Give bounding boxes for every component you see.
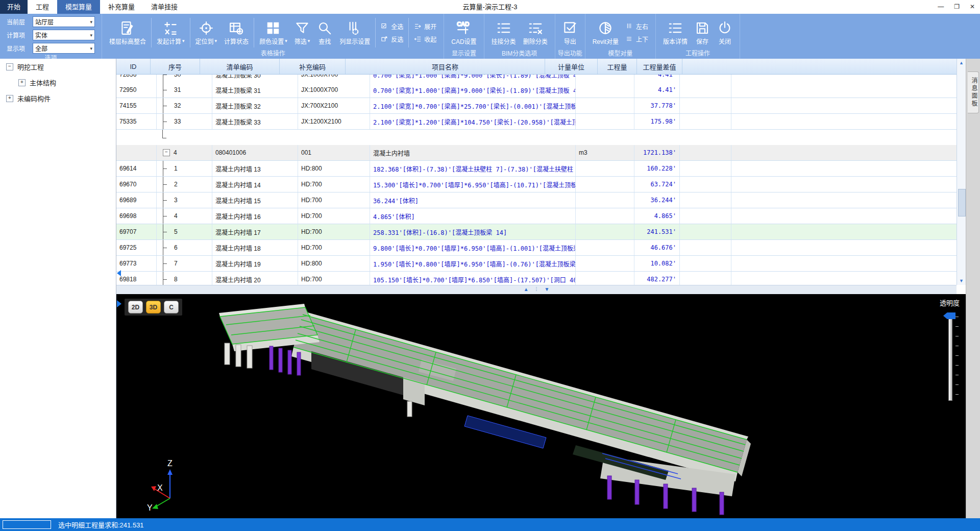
ribbon-button-collapse[interactable]: 收起: [414, 35, 436, 43]
table-row[interactable]: 7533533混凝土顶板梁 33JX:1200X21002.100'[梁宽]*1…: [116, 114, 957, 130]
ribbon-button-check-sq[interactable]: 全选: [381, 22, 403, 31]
axis-y-label: Y: [147, 503, 153, 511]
table-header-cell[interactable]: 工程量差值: [637, 59, 682, 74]
viewport-3d[interactable]: 2D3DC 透明度 Z X Y: [116, 294, 966, 518]
table-header-cell[interactable]: 项目名称: [346, 59, 545, 74]
ribbon-button-locate[interactable]: 定位到▾: [192, 15, 221, 50]
scroll-down-icon[interactable]: ▼: [957, 277, 966, 285]
cell-supp: JX:1000X700: [298, 82, 370, 98]
ribbon-group-label: 显示设置: [446, 50, 482, 59]
view-mode-3d-button[interactable]: 3D: [146, 301, 161, 313]
close-button[interactable]: ✕: [970, 0, 975, 14]
slider-tick: [955, 336, 959, 336]
table-header-cell[interactable]: 补充编码: [280, 59, 346, 74]
view-mode-2d-button[interactable]: 2D: [128, 301, 143, 313]
button-label: 收起: [424, 35, 436, 43]
table-row[interactable]: [116, 130, 957, 145]
ribbon-button-power[interactable]: 关闭: [714, 15, 736, 50]
table-row[interactable]: 7295031混凝土顶板梁 31JX:1000X7000.700'[梁宽]*1.…: [116, 82, 957, 98]
dropdown-caret-icon: ▾: [90, 33, 92, 38]
expand-box-icon[interactable]: +: [6, 95, 13, 102]
slider-tick: [955, 384, 959, 385]
cell-id: 69707: [116, 224, 157, 239]
ribbon-button-color[interactable]: 颜色设置▾: [256, 15, 291, 50]
tab-start[interactable]: 开始: [0, 0, 28, 14]
tab-model-quantity[interactable]: 模型算量: [57, 0, 100, 14]
minimize-button[interactable]: —: [938, 0, 944, 14]
cell-filler: [731, 177, 957, 192]
ribbon-button-floor-merge[interactable]: 楼层标高整合: [106, 15, 150, 50]
splitter-up-icon[interactable]: ▲: [524, 285, 529, 294]
table-row[interactable]: 7415532混凝土顶板梁 32JX:700X21002.100'[梁宽]*0.…: [116, 98, 957, 114]
table-header-cell[interactable]: 序号: [151, 59, 200, 74]
sequence-number: 8: [174, 276, 178, 283]
transparency-slider[interactable]: [940, 310, 959, 407]
ribbon-button-search[interactable]: 查找: [313, 15, 336, 50]
view-mode-c-button[interactable]: C: [164, 301, 179, 313]
message-panel-tab[interactable]: 消息面板: [968, 71, 979, 113]
table-row[interactable]: 696893混凝土内衬墙 15HD:70036.244'[体积]36.244': [116, 192, 957, 208]
ribbon-button-filter[interactable]: 筛选▾: [291, 15, 314, 50]
tree-tick: [163, 248, 167, 248]
ribbon-button-list-x[interactable]: 删除分类: [520, 15, 551, 50]
display-item-select[interactable]: 全部▾: [33, 43, 95, 54]
table-header-cell[interactable]: 计量单位: [545, 59, 598, 74]
table-row[interactable]: 696141混凝土内衬墙 13HD:800182.368'[体积]-(7.38)…: [116, 161, 957, 177]
collapse-box-icon[interactable]: −: [6, 63, 13, 70]
tree-item-1[interactable]: +主体结构: [0, 75, 116, 90]
sequence-number: 4: [174, 212, 178, 220]
panel-collapse-arrow-icon[interactable]: [117, 300, 121, 307]
splitter-down-icon[interactable]: ▼: [544, 285, 549, 294]
table-header-filler: [682, 59, 957, 74]
table-row[interactable]: 696984混凝土内衬墙 16HD:7004.865'[体积]4.865': [116, 208, 957, 224]
table-row[interactable]: 698188混凝土内衬墙 20HD:700105.150'[墙长]*0.700'…: [116, 272, 957, 285]
splitter[interactable]: ▲⁞▼: [116, 285, 957, 295]
table-header-cell[interactable]: 清单编码: [200, 59, 280, 74]
tab-supplement-quantity[interactable]: 补充算量: [100, 0, 143, 14]
ribbon-separator: [408, 18, 409, 47]
ribbon-button-export[interactable]: 导出: [559, 15, 581, 50]
tree-item-2[interactable]: +未编码构件: [0, 90, 116, 106]
ribbon-button-revit[interactable]: Revit对量: [589, 15, 622, 50]
ribbon-button-version[interactable]: 版本详情: [659, 15, 691, 50]
calc-item-select[interactable]: 实体▾: [33, 30, 95, 40]
maximize-button[interactable]: ❐: [954, 0, 960, 14]
table-header-cell[interactable]: 工程量: [598, 59, 637, 74]
scrollbar-thumb[interactable]: [958, 189, 966, 216]
table-row[interactable]: 697075混凝土内衬墙 17HD:700258.331'[体积]-(16.8)…: [116, 224, 957, 240]
ribbon-button-columns[interactable]: 列显示设置: [336, 15, 374, 50]
slider-track[interactable]: [948, 316, 952, 401]
group-collapse-box-icon[interactable]: −: [163, 149, 170, 156]
button-label: 左右: [636, 22, 648, 31]
table-group-row[interactable]: −4080401006001混凝土内衬墙m31721.138': [116, 145, 957, 161]
table-row[interactable]: 697737混凝土内衬墙 19HD:8001.950'[墙长]*0.800'[墙…: [116, 256, 957, 272]
expand-box-icon[interactable]: +: [18, 79, 26, 86]
table-row[interactable]: 697256混凝土内衬墙 18HD:7009.800'[墙长]*0.700'[墙…: [116, 240, 957, 256]
ribbon-button-list-dot[interactable]: 挂接分类: [488, 15, 520, 50]
table-row[interactable]: 696702混凝土内衬墙 14HD:70015.300'[墙长]*0.700'[…: [116, 177, 957, 192]
slider-handle[interactable]: [943, 312, 955, 319]
view-mode-buttons: 2D3DC: [125, 299, 182, 316]
ribbon-button-bars-v[interactable]: 左右: [626, 22, 648, 31]
cell-seq: 31: [157, 82, 212, 98]
ribbon-button-calc-status[interactable]: 计算状态: [220, 15, 252, 50]
tab-list-link[interactable]: 清单挂接: [143, 0, 186, 14]
list-x-icon: [528, 20, 543, 36]
scroll-up-icon[interactable]: ▲: [957, 59, 966, 67]
ribbon-button-save[interactable]: 保存: [691, 15, 714, 50]
table-vertical-scrollbar[interactable]: ▲ ▼: [957, 59, 966, 285]
cell-filler: [731, 145, 957, 160]
ribbon-button-invert[interactable]: 反选: [381, 35, 403, 43]
tree-tick: [163, 106, 167, 106]
ribbon-button-calc[interactable]: 发起计算▾: [153, 15, 188, 50]
ribbon-button-expand[interactable]: 展开: [414, 22, 436, 31]
ribbon-button-bars-h[interactable]: 上下: [626, 35, 648, 43]
current-floor-select[interactable]: 站厅层▾: [33, 16, 95, 27]
table-header-cell[interactable]: ID: [116, 59, 151, 74]
tree-item-0[interactable]: −明挖工程: [0, 59, 116, 75]
cell-filler: [731, 256, 957, 271]
table-row[interactable]: 7285630混凝土顶板梁 30JX:1000X7000.700'[梁宽]*1.…: [116, 75, 957, 82]
tab-project[interactable]: 工程: [28, 0, 57, 14]
sequence-number: 7: [174, 260, 178, 267]
ribbon-button-cad[interactable]: CADCAD设置: [448, 15, 480, 50]
